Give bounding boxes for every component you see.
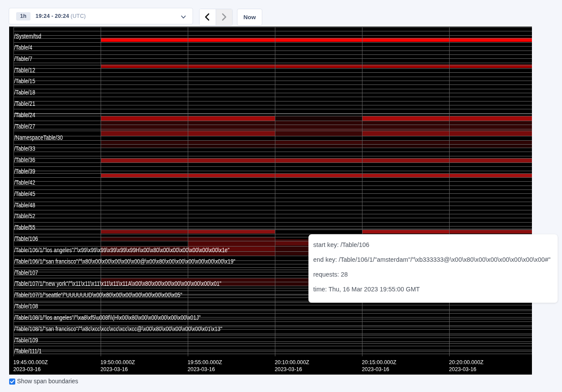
- svg-text:/Table/55: /Table/55: [14, 224, 35, 231]
- svg-text:/Table/39: /Table/39: [14, 168, 35, 175]
- svg-text:/Table/33: /Table/33: [14, 145, 35, 152]
- svg-text:/Table/106: /Table/106: [14, 235, 38, 242]
- svg-text:/Table/7: /Table/7: [14, 55, 33, 62]
- svg-text:19:50:00.000Z: 19:50:00.000Z: [101, 359, 135, 365]
- svg-text:/Table/108/1/"los angeles"/"\x: /Table/108/1/"los angeles"/"\xa8\xf5\u00…: [14, 314, 201, 321]
- svg-text:/Table/42: /Table/42: [14, 179, 35, 186]
- svg-text:19:45:00.000Z: 19:45:00.000Z: [14, 359, 48, 365]
- svg-text:/Table/36: /Table/36: [14, 156, 35, 163]
- svg-text:20:15:00.000Z: 20:15:00.000Z: [362, 359, 396, 365]
- svg-text:/NamespaceTable/30: /NamespaceTable/30: [14, 134, 63, 141]
- svg-text:/Table/4: /Table/4: [14, 44, 33, 51]
- svg-text:2023-03-16: 2023-03-16: [188, 366, 215, 372]
- svg-text:/Table/21: /Table/21: [14, 100, 35, 107]
- svg-text:/Table/12: /Table/12: [14, 67, 35, 74]
- svg-text:/Table/106/1/"san francisco"/": /Table/106/1/"san francisco"/"\x80\x00\x…: [14, 258, 236, 265]
- svg-text:/Table/107/1/"seattle"/"UUUUUU: /Table/107/1/"seattle"/"UUUUUUD\x00\x80\…: [14, 291, 183, 298]
- svg-text:2023-03-16: 2023-03-16: [14, 366, 41, 372]
- svg-text:/Table/52: /Table/52: [14, 213, 35, 220]
- svg-text:/Table/111/1: /Table/111/1: [14, 348, 42, 355]
- svg-text:/Table/27: /Table/27: [14, 123, 35, 130]
- svg-text:20:10:00.000Z: 20:10:00.000Z: [275, 359, 309, 365]
- svg-text:/Table/107/1/"new york"/"\x11\: /Table/107/1/"new york"/"\x11\x11\x11\x1…: [14, 280, 222, 287]
- svg-text:/Table/24: /Table/24: [14, 112, 35, 118]
- svg-text:20:20:00.000Z: 20:20:00.000Z: [449, 359, 484, 365]
- svg-text:/Table/45: /Table/45: [14, 190, 35, 197]
- svg-text:/Table/108/1/"san francisco"/": /Table/108/1/"san francisco"/"\x8c\xcc\x…: [14, 325, 223, 332]
- svg-text:/Table/18: /Table/18: [14, 89, 35, 96]
- svg-text:/Table/109: /Table/109: [14, 337, 38, 344]
- svg-text:/Table/48: /Table/48: [14, 202, 35, 209]
- svg-text:19:55:00.000Z: 19:55:00.000Z: [188, 359, 222, 365]
- svg-text:/System/tsd: /System/tsd: [14, 33, 41, 40]
- svg-text:/Table/108: /Table/108: [14, 303, 38, 310]
- svg-text:2023-03-16: 2023-03-16: [101, 366, 128, 372]
- svg-text:2023-03-16: 2023-03-16: [449, 366, 477, 372]
- svg-text:2023-03-16: 2023-03-16: [362, 366, 389, 372]
- svg-text:/Table/15: /Table/15: [14, 78, 35, 84]
- svg-text:2023-03-16: 2023-03-16: [275, 366, 302, 372]
- svg-text:/Table/106/1/"los angeles"/"\x: /Table/106/1/"los angeles"/"\x99\x99\x99…: [14, 247, 230, 253]
- svg-text:/Table/107: /Table/107: [14, 269, 38, 276]
